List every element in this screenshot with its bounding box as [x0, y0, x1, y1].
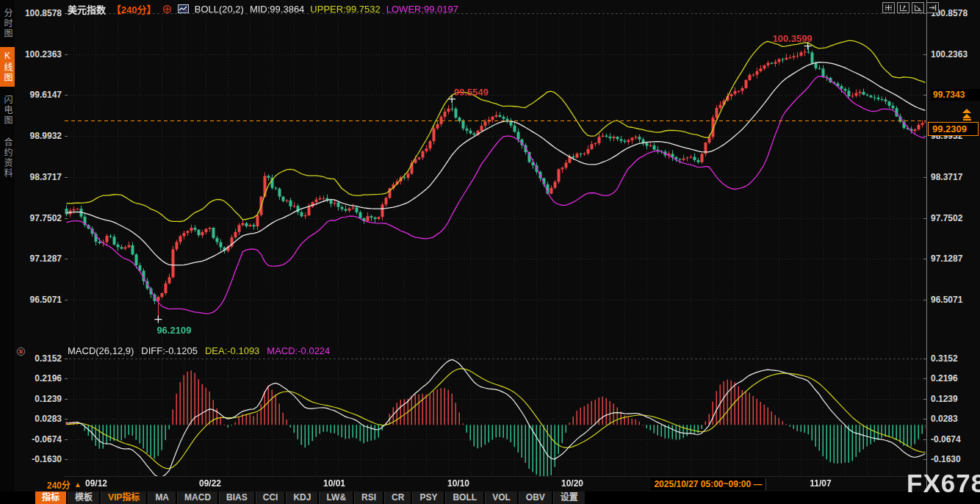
timeframe-badge[interactable]: 240分 ▲	[47, 478, 82, 491]
boll-label: BOLL(20,2)	[195, 4, 244, 15]
toolbar-item-psy[interactable]: PSY	[412, 492, 444, 504]
toolbar-item-ma[interactable]: MA	[148, 492, 176, 504]
templates-tab[interactable]: 模板	[68, 492, 99, 504]
price-axis-label: 97.7502	[16, 212, 62, 224]
macd-axis-label: 0.0283	[931, 413, 979, 425]
price-axis-label: 98.3717	[16, 171, 62, 183]
fit-horizontal-icon[interactable]	[912, 2, 924, 13]
chart-toolbox	[882, 2, 939, 13]
sidebar: 分时图K线图闪电图合约资料	[0, 0, 15, 504]
fx678-watermark: FX678	[907, 469, 980, 498]
toolbar-item-boll[interactable]: BOLL	[445, 492, 483, 504]
boll-upper-value: UPPER:99.7532	[310, 4, 380, 15]
date-label: 10/20	[561, 478, 583, 489]
date-label: 10/10	[447, 478, 469, 489]
period-label: 【240分】	[112, 2, 156, 16]
date-label: 09/22	[199, 478, 221, 489]
macd-axis-label: 0.1239	[16, 393, 62, 405]
indicators-tab[interactable]: 指标	[35, 492, 66, 504]
date-label: 09/12	[85, 478, 107, 489]
toolbar-item-macd[interactable]: MACD	[177, 492, 217, 504]
tab-contract-info[interactable]: 合约资料	[0, 134, 15, 182]
price-axis-label: 100.2363	[931, 48, 979, 60]
price-axis-label: 98.9932	[16, 130, 62, 142]
toolbar-item-cr[interactable]: CR	[384, 492, 411, 504]
macd-hist-value: MACD:-0.0224	[267, 345, 330, 356]
current-price-label: 99.2309	[928, 122, 979, 136]
price-up-arrow-icon	[962, 109, 972, 120]
upper-band-price-label: 99.7343	[931, 89, 980, 101]
toolbar-item-cci[interactable]: CCI	[256, 492, 285, 504]
chart-canvas[interactable]	[65, 0, 927, 491]
toolbar-item-bias[interactable]: BIAS	[219, 492, 254, 504]
macd-dea-value: DEA:-0.1093	[205, 345, 259, 356]
tab-quick-chart[interactable]: 闪电图	[0, 91, 15, 129]
pan-latest-icon[interactable]	[926, 2, 939, 13]
macd-axis-label: -0.1630	[931, 453, 979, 465]
price-axis-label: 96.5071	[931, 294, 979, 306]
toolbar-item-rsi[interactable]: RSI	[354, 492, 383, 504]
macd-header: MACD(26,12,9) DIFF:-0.1205 DEA:-0.1093 M…	[68, 345, 330, 356]
macd-axis-label: 0.0283	[16, 413, 62, 425]
chart-app: 分时图K线图闪电图合约资料 美元指数 【240分】 BOLL(20,2) MID…	[0, 0, 980, 504]
price-axis-label: 96.5071	[16, 294, 62, 306]
tab-candlestick-chart[interactable]: K线图	[0, 47, 15, 87]
macd-axis-label: -0.0674	[931, 433, 979, 445]
macd-axis-label: -0.0674	[16, 433, 62, 445]
macd-axis-label: -0.1630	[16, 453, 62, 465]
annotation-high-1: 99.5549	[454, 87, 489, 98]
fit-vertical-icon[interactable]	[897, 2, 909, 13]
date-label: 11/07	[810, 478, 831, 489]
toolbar-item-vol[interactable]: VOL	[485, 492, 517, 504]
toolbar-item-obv[interactable]: OBV	[519, 492, 552, 504]
date-label: 10/01	[323, 478, 345, 489]
price-axis-label: 100.2363	[16, 48, 62, 60]
price-axis-label: 99.6147	[16, 89, 62, 101]
price-axis-label: 100.8578	[16, 7, 62, 19]
toolbar-item-lwr[interactable]: LW&	[319, 492, 353, 504]
boll-mid-value: MID:99.3864	[250, 4, 304, 15]
price-axis-label: 97.7502	[931, 212, 979, 224]
macd-axis-label: 0.3152	[931, 353, 979, 364]
annotation-low: 96.2109	[156, 325, 191, 336]
macd-axis-label: 0.1239	[931, 393, 979, 405]
indicator-pane-icon[interactable]	[16, 346, 26, 359]
selected-candle-time-label: 2025/10/27 05:00~09:00 —	[650, 478, 765, 490]
annotation-high-2: 100.3599	[773, 33, 813, 44]
macd-label: MACD(26,12,9)	[68, 345, 134, 356]
crosshair-icon[interactable]	[162, 4, 172, 14]
settings-button[interactable]: 设置	[553, 492, 585, 504]
chart-header: 美元指数 【240分】 BOLL(20,2) MID:99.3864 UPPER…	[68, 3, 458, 15]
symbol-title: 美元指数	[68, 2, 106, 16]
boll-lower-value: LOWER:99.0197	[386, 4, 458, 15]
tab-time-chart[interactable]: 分时图	[0, 4, 15, 43]
macd-diff-value: DIFF:-0.1205	[141, 345, 198, 356]
toolbar-item-kdj[interactable]: KDJ	[286, 492, 317, 504]
macd-axis-label: 0.2196	[931, 372, 979, 384]
macd-axis-label: 0.2196	[16, 372, 62, 384]
price-axis-label: 98.3717	[931, 171, 979, 183]
vip-indicators-tab[interactable]: VIP指标	[101, 492, 146, 504]
bottom-toolbar: 指标模板VIP指标MAMACDBIASCCIKDJLW&RSICRPSYBOLL…	[0, 492, 980, 504]
chart-type-icon[interactable]	[178, 4, 189, 13]
timeframe-arrow-icon: ▲	[74, 480, 82, 489]
timeframe-label: 240分	[47, 478, 71, 491]
move-tool-icon[interactable]	[882, 2, 895, 13]
price-axis-label: 97.1287	[16, 253, 62, 264]
price-axis-label: 97.1287	[931, 253, 979, 264]
